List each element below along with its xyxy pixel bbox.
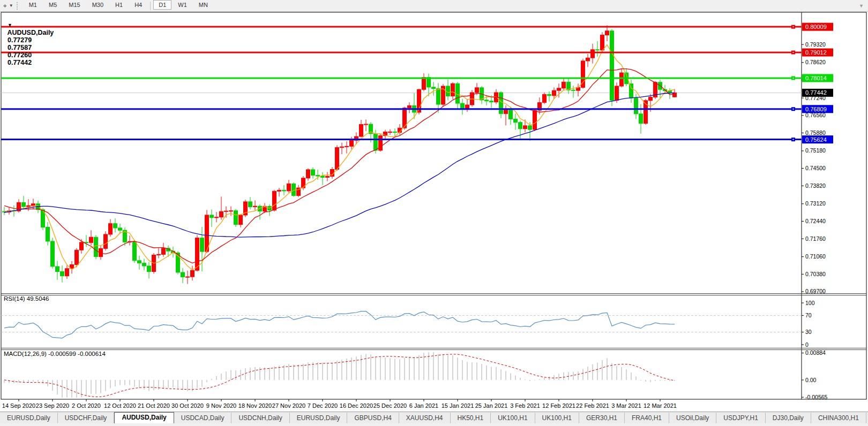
- timeframe-button-w1[interactable]: W1: [173, 0, 192, 10]
- tab-usdcnh-daily[interactable]: USDCNH,Daily: [231, 413, 289, 424]
- date-tick-label: 12 Feb 2021: [542, 402, 575, 409]
- tab-hk50-h1[interactable]: HK50,H1: [451, 413, 491, 424]
- timeframe-button-m5[interactable]: M5: [43, 0, 62, 10]
- date-tick-label: 27 Nov 2020: [272, 402, 305, 409]
- tab-gbpusd-h4[interactable]: GBPUSD,H4: [347, 413, 399, 424]
- tab-dj30-daily[interactable]: DJ30,Daily: [766, 413, 811, 424]
- price-tick-label: 0.73120: [805, 200, 826, 207]
- symbol-caret-icon[interactable]: ▼: [8, 22, 12, 28]
- price-tick-label: 0.71760: [805, 235, 826, 242]
- timeframe-button-m30[interactable]: M30: [87, 0, 109, 10]
- tab-usdchf-daily[interactable]: USDCHF,Daily: [58, 413, 115, 424]
- date-tick-label: 9 Nov 2020: [206, 402, 236, 409]
- ohlc-close: 0.77442: [8, 59, 32, 66]
- macd-tick-label: 0.00884: [805, 349, 826, 356]
- hline-price-badge-label: 0.80009: [805, 24, 827, 30]
- macd-tick-label: 0.00: [805, 377, 817, 383]
- date-tick-label: 14 Sep 2020: [2, 402, 35, 409]
- ohlc-low: 0.77260: [8, 51, 32, 59]
- symbol-tab-bar: EURUSD,DailyUSDCHF,DailyAUDUSD,DailyUSDC…: [0, 412, 868, 424]
- tab-xauusd-h4[interactable]: XAUUSD,H4: [399, 413, 451, 424]
- date-tick-label: 7 Dec 2020: [308, 402, 338, 409]
- rsi-tick-label: 100: [805, 300, 815, 306]
- price-tick-label: 0.71060: [805, 253, 826, 260]
- tab-ger30-h1[interactable]: GER30,H1: [579, 413, 625, 424]
- timeframe-buttons: M1M5M15M30H1H4D1W1MN: [23, 2, 214, 10]
- toolbar-grip-handle[interactable]: [17, 2, 20, 10]
- chart-window-frame: [1, 12, 866, 399]
- date-tick-label: 12 Oct 2020: [104, 402, 136, 409]
- price-tick-label: 0.78620: [805, 59, 826, 65]
- date-tick-label: 12 Mar 2021: [643, 402, 677, 409]
- ohlc-open: 0.77279: [8, 36, 32, 44]
- symbol-tabs: EURUSD,DailyUSDCHF,DailyAUDUSD,DailyUSDC…: [0, 412, 868, 424]
- ohlc-high: 0.77587: [8, 44, 32, 51]
- hline-price-badge-label: 0.76809: [805, 106, 827, 112]
- timeframe-button-d1[interactable]: D1: [153, 0, 171, 10]
- date-tick-label: 15 Jan 2021: [442, 402, 474, 409]
- macd-tick-label: -0.00565: [805, 394, 828, 400]
- price-tick-label: 0.74500: [805, 165, 826, 171]
- rsi-tick-label: 30: [805, 329, 812, 335]
- date-tick-label: 25 Jan 2021: [475, 402, 508, 409]
- timeframe-toolbar: ⌖ ▼ M1M5M15M30H1H4D1W1MN ▼: [0, 0, 868, 12]
- price-chart-canvas[interactable]: 0.793200.786200.779400.772400.765600.758…: [0, 11, 868, 412]
- date-tick-label: 23 Sep 2020: [36, 402, 69, 409]
- timeframe-button-m15[interactable]: M15: [63, 0, 85, 10]
- price-tick-label: 0.75180: [805, 147, 826, 154]
- price-tick-label: 0.73820: [805, 182, 826, 189]
- tab-china300-h1[interactable]: CHINA300,H1: [811, 413, 866, 424]
- date-tick-label: 6 Jan 2021: [409, 402, 438, 409]
- date-tick-label: 2 Oct 2020: [72, 402, 101, 409]
- chevron-down-icon[interactable]: ▼: [9, 3, 16, 8]
- hline-price-badge-label: 0.79012: [805, 49, 827, 56]
- tab-usdcad-daily[interactable]: USDCAD,Daily: [174, 413, 232, 424]
- date-tick-label: 16 Dec 2020: [340, 402, 373, 409]
- window-bottom-strip: [0, 423, 868, 426]
- toolbar-separator: [150, 2, 151, 10]
- date-tick-label: 3 Mar 2021: [611, 402, 641, 409]
- rsi-tick-label: 0: [805, 341, 809, 348]
- date-tick-label: 30 Oct 2020: [171, 402, 204, 409]
- date-tick-label: 3 Feb 2021: [510, 402, 540, 409]
- tab-usdjpy-h1[interactable]: USDJPY,H1: [716, 413, 765, 424]
- timeframe-button-h4[interactable]: H4: [129, 0, 147, 10]
- macd-indicator-label: MACD(12,26,9) -0.000599 -0.000614: [4, 351, 106, 357]
- rsi-indicator-label: RSI(14) 49.5046: [4, 295, 49, 302]
- price-tick-label: 0.72440: [805, 218, 826, 224]
- date-tick-label: 21 Oct 2020: [138, 402, 170, 409]
- price-tick-label: 0.70380: [805, 271, 826, 277]
- chart-title: ▼ AUDUSD,Daily 0.77279 0.77587 0.77260 0…: [4, 14, 54, 66]
- timeframe-button-h1[interactable]: H1: [110, 0, 128, 10]
- hline-price-badge-label: 0.75624: [805, 136, 827, 143]
- rsi-tick-label: 70: [805, 312, 812, 318]
- timeframe-button-mn[interactable]: MN: [193, 0, 213, 10]
- chart-cursor-icon[interactable]: ⌖: [0, 2, 9, 10]
- price-tick-label: 0.69700: [805, 288, 826, 294]
- toolbar-overflow-icon[interactable]: ▼: [859, 3, 868, 9]
- tab-fra40-h1[interactable]: FRA40,H1: [625, 413, 669, 424]
- price-tick-label: 0.75880: [805, 130, 826, 136]
- current-price-badge-label: 0.77442: [805, 89, 827, 96]
- tab-usoil-daily[interactable]: USOil,Daily: [669, 413, 716, 424]
- tab-eurusd-daily[interactable]: EURUSD,Daily: [0, 413, 58, 424]
- chart-title-symbol: AUDUSD,Daily: [7, 29, 54, 36]
- date-tick-label: 18 Nov 2020: [238, 402, 272, 409]
- hline-price-badge-label: 0.78014: [805, 75, 827, 81]
- tab-uk100-h1[interactable]: UK100,H1: [491, 413, 535, 424]
- date-tick-label: 25 Dec 2020: [373, 402, 407, 409]
- tab-eurusd-daily[interactable]: EURUSD,Daily: [290, 413, 348, 424]
- tab-audusd-daily[interactable]: AUDUSD,Daily: [114, 412, 174, 424]
- timeframe-button-m1[interactable]: M1: [24, 0, 42, 10]
- tab-uk100-h1[interactable]: UK100,H1: [535, 413, 579, 424]
- price-tick-label: 0.79320: [805, 41, 826, 48]
- date-tick-label: 22 Feb 2021: [576, 402, 609, 409]
